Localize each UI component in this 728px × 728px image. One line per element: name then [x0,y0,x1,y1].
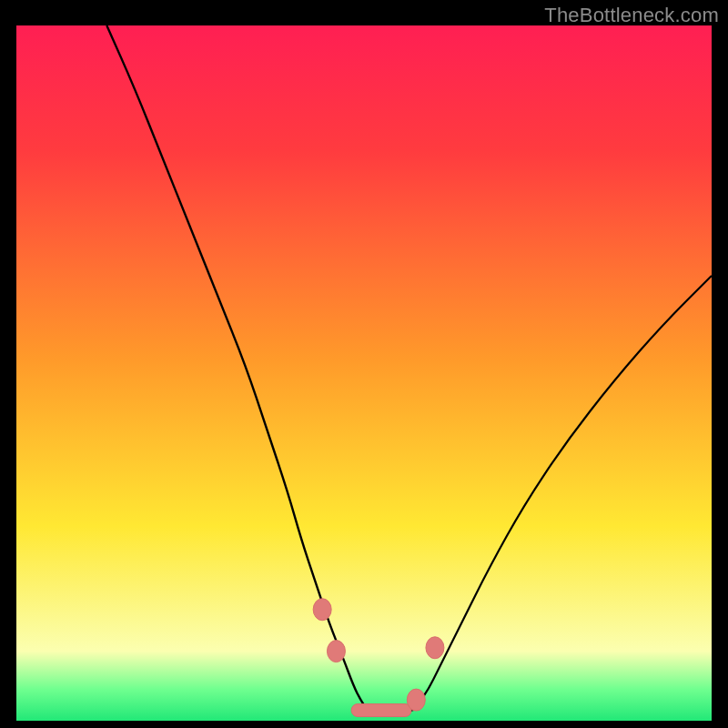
chart-frame [16,25,712,721]
watermark-text: TheBottleneck.com [544,4,719,27]
pt-left-upper [313,599,331,621]
bottleneck-chart [16,25,712,721]
gradient-background [16,25,712,721]
pt-right-lower [407,689,425,711]
pt-flat-track [351,704,411,717]
pt-right-upper [426,637,444,659]
pt-left-lower [327,641,345,662]
